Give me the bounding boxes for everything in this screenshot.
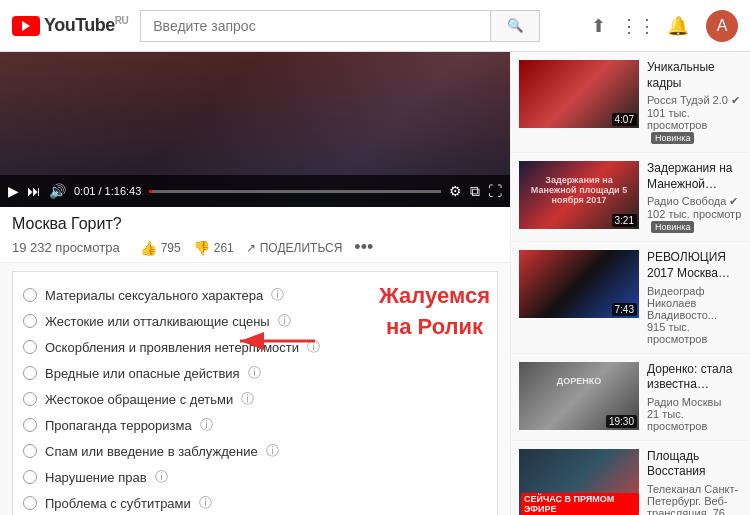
sidebar-views: 21 тыс. просмотров <box>647 408 742 432</box>
apps-icon[interactable]: ⋮⋮ <box>626 14 650 38</box>
radio-children[interactable] <box>23 392 37 406</box>
video-thumbnail: 7:43 <box>519 250 639 318</box>
video-thumbnail: 4:07 <box>519 60 639 128</box>
logo-area[interactable]: YouTubeRU <box>12 15 128 36</box>
video-stats: 19 232 просмотра 👍 795 👎 261 ↗ ПОДЕЛИТЬС… <box>12 237 498 258</box>
report-option-children[interactable]: Жестокое обращение с детьми ⓘ <box>23 386 487 412</box>
radio-rights[interactable] <box>23 470 37 484</box>
red-arrow <box>230 321 320 364</box>
report-option-subtitles[interactable]: Проблема с субтитрами ⓘ <box>23 490 487 515</box>
sidebar-channel: Телеканал Санкт-Петербург. Веб-трансляци… <box>647 483 742 515</box>
sidebar-video-item[interactable]: ДОРЕНКО 19:30 Доренко: стала известна пр… <box>511 354 750 441</box>
progress-bar[interactable] <box>149 190 441 193</box>
search-input[interactable] <box>140 10 490 42</box>
sidebar-channel: Росся Тудэй 2.0 ✔ <box>647 94 742 107</box>
info-icon-terror[interactable]: ⓘ <box>200 416 213 434</box>
video-thumbnail: Задержания на Манежной площади 5 ноября … <box>519 161 639 229</box>
sidebar-video-item[interactable]: Задержания на Манежной площади 5 ноября … <box>511 153 750 242</box>
subtitles-icon[interactable]: ⧉ <box>470 183 480 200</box>
option-label-rights: Нарушение прав <box>45 470 147 485</box>
volume-icon[interactable]: 🔊 <box>49 183 66 199</box>
report-option-terror[interactable]: Пропаганда терроризма ⓘ <box>23 412 487 438</box>
video-duration: 19:30 <box>606 415 637 428</box>
sidebar-views: 101 тыс. просмотровНовинка <box>647 107 742 144</box>
overlay-line1: Жалуемся <box>379 281 490 312</box>
live-badge: СЕЙЧАС В ПРЯМОМ ЭФИРЕ <box>521 493 639 515</box>
header: YouTubeRU 🔍 ⬆ ⋮⋮ 🔔 А <box>0 0 750 52</box>
youtube-logo-icon <box>12 16 40 36</box>
report-option-rights[interactable]: Нарушение прав ⓘ <box>23 464 487 490</box>
overlay-line2: на Ролик <box>379 312 490 343</box>
option-label-terror: Пропаганда терроризма <box>45 418 192 433</box>
new-badge: Новинка <box>651 221 694 233</box>
sidebar-video-item[interactable]: 4:07 Уникальные кадры Росся Тудэй 2.0 ✔ … <box>511 52 750 153</box>
video-duration: 3:21 <box>612 214 637 227</box>
logo-youtube: YouTube <box>44 15 115 35</box>
sidebar-channel: Радио Москвы <box>647 396 742 408</box>
share-icon: ↗ <box>246 241 256 255</box>
sidebar-video-list: 4:07 Уникальные кадры Росся Тудэй 2.0 ✔ … <box>511 52 750 515</box>
thumb-text: ДОРЕНКО <box>519 372 639 390</box>
view-count: 19 232 просмотра <box>12 240 120 255</box>
share-button[interactable]: ↗ ПОДЕЛИТЬСЯ <box>246 241 343 255</box>
video-player[interactable]: ▶ ⏭ 🔊 0:01 / 1:16:43 ⚙ ⧉ ⛶ <box>0 52 510 207</box>
thumb-text <box>519 70 639 78</box>
sidebar-video-title: Уникальные кадры <box>647 60 742 91</box>
play-button[interactable]: ▶ <box>8 183 19 199</box>
player-controls: ▶ ⏭ 🔊 0:01 / 1:16:43 ⚙ ⧉ ⛶ <box>0 175 510 207</box>
video-title: Москва Горит? <box>12 215 498 233</box>
action-buttons: 👍 795 👎 261 ↗ ПОДЕЛИТЬСЯ ••• <box>140 237 374 258</box>
radio-terror[interactable] <box>23 418 37 432</box>
search-bar: 🔍 <box>140 10 540 42</box>
report-option-spam[interactable]: Спам или введение в заблуждение ⓘ <box>23 438 487 464</box>
info-icon-harmful[interactable]: ⓘ <box>248 364 261 382</box>
radio-subtitles[interactable] <box>23 496 37 510</box>
video-meta: Площадь Восстания Телеканал Санкт-Петерб… <box>647 449 742 515</box>
video-meta: Доренко: стала известна причина крушения… <box>647 362 742 432</box>
info-icon-sexual[interactable]: ⓘ <box>271 286 284 304</box>
avatar[interactable]: А <box>706 10 738 42</box>
info-icon-subtitles[interactable]: ⓘ <box>199 494 212 512</box>
video-info: Москва Горит? 19 232 просмотра 👍 795 👎 2… <box>0 207 510 263</box>
option-label-children: Жестокое обращение с детьми <box>45 392 233 407</box>
info-icon-spam[interactable]: ⓘ <box>266 442 279 460</box>
sidebar-video-item[interactable]: СЕЙЧАС В ПРЯМОМ ЭФИРЕ Площадь Восстания … <box>511 441 750 515</box>
radio-violence[interactable] <box>23 314 37 328</box>
search-button[interactable]: 🔍 <box>490 10 540 42</box>
sidebar-channel: Видеограф Николаев Владивосто... <box>647 285 742 321</box>
time-current: 0:01 <box>74 185 95 197</box>
thumbs-up-icon: 👍 <box>140 240 157 256</box>
option-label-subtitles: Проблема с субтитрами <box>45 496 191 511</box>
sidebar: 4:07 Уникальные кадры Росся Тудэй 2.0 ✔ … <box>510 52 750 515</box>
option-label-sexual: Материалы сексуального характера <box>45 288 263 303</box>
like-button[interactable]: 👍 795 <box>140 240 181 256</box>
dislike-button[interactable]: 👎 261 <box>193 240 234 256</box>
upload-icon[interactable]: ⬆ <box>586 14 610 38</box>
content-area: ▶ ⏭ 🔊 0:01 / 1:16:43 ⚙ ⧉ ⛶ М <box>0 52 510 515</box>
radio-harmful[interactable] <box>23 366 37 380</box>
like-count: 795 <box>161 241 181 255</box>
radio-hate[interactable] <box>23 340 37 354</box>
sidebar-video-title: Задержания на Манежной площади <box>647 161 742 192</box>
info-icon-rights[interactable]: ⓘ <box>155 468 168 486</box>
thumb-text <box>519 459 639 467</box>
next-button[interactable]: ⏭ <box>27 183 41 199</box>
sidebar-video-item[interactable]: 7:43 РЕВОЛЮЦИЯ 2017 Москва ВЛАДИВОСТОК М… <box>511 242 750 353</box>
settings-icon[interactable]: ⚙ <box>449 183 462 200</box>
new-badge: Новинка <box>651 132 694 144</box>
sidebar-channel: Радио Свобода ✔ <box>647 195 742 208</box>
bell-icon[interactable]: 🔔 <box>666 14 690 38</box>
info-icon-children[interactable]: ⓘ <box>241 390 254 408</box>
header-icons: ⬆ ⋮⋮ 🔔 А <box>586 10 738 42</box>
more-options-button[interactable]: ••• <box>354 237 373 258</box>
sidebar-video-title: РЕВОЛЮЦИЯ 2017 Москва ВЛАДИВОСТОК МИТИНГ… <box>647 250 742 281</box>
time-total: 1:16:43 <box>105 185 142 197</box>
radio-sexual[interactable] <box>23 288 37 302</box>
sidebar-views: 915 тыс. просмотров <box>647 321 742 345</box>
video-meta: Задержания на Манежной площади Радио Сво… <box>647 161 742 233</box>
time-display: 0:01 / 1:16:43 <box>74 185 141 197</box>
fullscreen-icon[interactable]: ⛶ <box>488 183 502 200</box>
radio-spam[interactable] <box>23 444 37 458</box>
sidebar-video-title: Доренко: стала известна причина крушения… <box>647 362 742 393</box>
main-layout: ▶ ⏭ 🔊 0:01 / 1:16:43 ⚙ ⧉ ⛶ М <box>0 52 750 515</box>
